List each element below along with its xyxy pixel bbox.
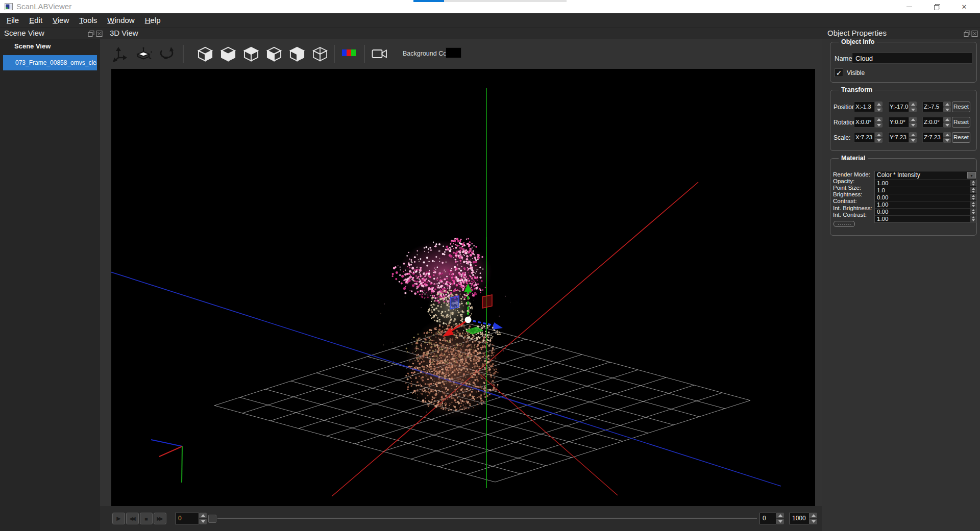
background-color-swatch[interactable]: [446, 47, 461, 58]
scene-tree-panel: Scene View 073_Frame_00858_omvs_cleaned_…: [0, 39, 100, 531]
range-end-spinner[interactable]: [810, 513, 817, 524]
position-y-field[interactable]: Y:-17.0: [888, 102, 909, 112]
material-group: Material Render Mode: Opacity: Point Siz…: [830, 158, 977, 236]
view-left-button[interactable]: [265, 45, 283, 63]
scale-x-field[interactable]: X:7.23: [854, 132, 875, 143]
minimize-button[interactable]: [897, 0, 921, 13]
menu-help[interactable]: Help: [140, 13, 166, 27]
range-start-value[interactable]: 0: [760, 513, 776, 524]
int-contrast-field[interactable]: 1.00: [875, 216, 970, 222]
float-dock-icon[interactable]: [88, 31, 94, 37]
dock-header-row: Scene View 3D View Object Properties: [0, 27, 980, 39]
move-tool-button[interactable]: [111, 45, 129, 63]
view3d-dock: Background Color ▶ ◀◀ ■ ▶▶ 0 0 1000: [100, 39, 822, 531]
scale-x-spinner[interactable]: [875, 132, 883, 143]
scale-reset-button[interactable]: Reset: [952, 132, 970, 143]
rewind-icon: ◀◀: [129, 516, 134, 521]
int-brightness-row: 0.00: [875, 209, 976, 216]
menu-tools[interactable]: Tools: [74, 13, 102, 27]
int-brightness-label: Int. Brightness:: [833, 205, 872, 211]
position-z-field[interactable]: Z:-7.5: [922, 102, 943, 112]
opacity-spinner[interactable]: [970, 180, 976, 186]
position-y-spinner[interactable]: [909, 102, 917, 112]
range-end-value[interactable]: 1000: [789, 513, 810, 524]
play-button[interactable]: ▶: [112, 513, 125, 524]
point-size-field[interactable]: 1.0: [875, 187, 970, 194]
int-brightness-spinner[interactable]: [970, 209, 976, 215]
fast-forward-button[interactable]: ▶▶: [154, 513, 166, 524]
point-size-spinner[interactable]: [970, 187, 976, 193]
view-top-button[interactable]: [242, 45, 260, 63]
rotation-reset-button[interactable]: Reset: [952, 117, 970, 128]
range-start-spinner[interactable]: [776, 513, 784, 524]
menu-window[interactable]: Window: [102, 13, 139, 27]
frame-spinbox[interactable]: 0: [175, 513, 207, 524]
position-x-spinner[interactable]: [875, 102, 883, 112]
visible-checkbox[interactable]: ✓: [835, 68, 843, 77]
progress-sliver: [413, 0, 567, 2]
rotation-y-spinner[interactable]: [909, 117, 917, 128]
menu-edit[interactable]: Edit: [24, 13, 47, 27]
position-reset-button[interactable]: Reset: [952, 102, 970, 112]
range-end-spinbox[interactable]: 1000: [789, 513, 817, 524]
view-bottom-button[interactable]: [311, 45, 329, 63]
menu-bar: File Edit View Tools Window Help: [0, 13, 980, 27]
scale-label: Scale:: [834, 134, 850, 141]
rotation-x-field[interactable]: X:0.0°: [854, 117, 875, 128]
opacity-field[interactable]: 1.00: [875, 180, 970, 187]
rewind-button[interactable]: ◀◀: [126, 513, 139, 524]
view-front-button[interactable]: [197, 45, 214, 63]
transform-legend: Transform: [839, 86, 875, 93]
timeline-bar: ▶ ◀◀ ■ ▶▶ 0 0 1000: [100, 506, 822, 531]
rotation-z-spinner[interactable]: [943, 117, 951, 128]
range-start-spinbox[interactable]: 0: [760, 513, 784, 524]
timeline-slider-track[interactable]: [217, 518, 757, 519]
close-button[interactable]: ✕: [952, 0, 976, 13]
render-mode-value: Color * Intensity: [875, 171, 976, 179]
transform-group: Transform Position: X:-1.3 Y:-17.0 Z:-7.…: [830, 90, 977, 151]
rotate-tool-button[interactable]: [135, 45, 152, 63]
float-dock-icon[interactable]: [964, 31, 970, 37]
timeline-slider-handle[interactable]: [208, 515, 216, 523]
menu-file[interactable]: File: [2, 13, 24, 27]
rgb-color-mode-button[interactable]: [342, 49, 356, 57]
viewport-3d[interactable]: [111, 69, 815, 506]
frame-value[interactable]: 0: [175, 513, 199, 524]
toolbar-separator: [364, 45, 365, 63]
int-brightness-field[interactable]: 0.00: [875, 209, 970, 215]
scale-row: Scale: X:7.23 Y:7.23 Z:7.23 Reset: [830, 132, 976, 143]
render-mode-combobox[interactable]: Color * Intensity ▼: [875, 171, 976, 180]
combo-dropdown-button[interactable]: ▼: [967, 172, 976, 179]
restore-icon: [934, 4, 939, 9]
rotation-x-spinner[interactable]: [875, 117, 883, 128]
contrast-spinner[interactable]: [970, 201, 976, 208]
orbit-tool-button[interactable]: [157, 45, 175, 63]
stop-button[interactable]: ■: [140, 513, 153, 524]
brightness-field[interactable]: 0.00: [875, 194, 970, 201]
scale-y-field[interactable]: Y:7.23: [888, 132, 909, 143]
camera-button[interactable]: [372, 48, 388, 60]
rotation-row: Rotation: X:0.0° Y:0.0° Z:0.0° Reset: [830, 117, 976, 128]
contrast-field[interactable]: 1.00: [875, 201, 970, 208]
restore-button[interactable]: [925, 0, 948, 13]
position-z-spinner[interactable]: [943, 102, 951, 112]
menu-view[interactable]: View: [47, 13, 74, 27]
name-field[interactable]: [852, 53, 972, 64]
brightness-spinner[interactable]: [970, 194, 976, 200]
position-x-field[interactable]: X:-1.3: [854, 102, 875, 112]
scene-tree-item[interactable]: 073_Frame_00858_omvs_cleaned_C: [3, 55, 97, 70]
close-dock-icon[interactable]: [96, 31, 103, 37]
scale-y-spinner[interactable]: [909, 132, 917, 143]
scale-z-spinner[interactable]: [943, 132, 951, 143]
close-dock-icon[interactable]: [971, 31, 978, 37]
rotation-z-field[interactable]: Z:0.0°: [922, 117, 943, 128]
collapse-handle-button[interactable]: [834, 221, 855, 227]
play-icon: ▶: [116, 515, 120, 522]
scale-z-field[interactable]: Z:7.23: [922, 132, 943, 143]
frame-spinner[interactable]: [199, 513, 207, 524]
int-contrast-spinner[interactable]: [970, 216, 976, 222]
rotation-y-field[interactable]: Y:0.0°: [888, 117, 909, 128]
view-back-button[interactable]: [219, 45, 237, 63]
view3d-toolbar: Background Color: [100, 39, 822, 69]
view-right-button[interactable]: [288, 45, 306, 63]
